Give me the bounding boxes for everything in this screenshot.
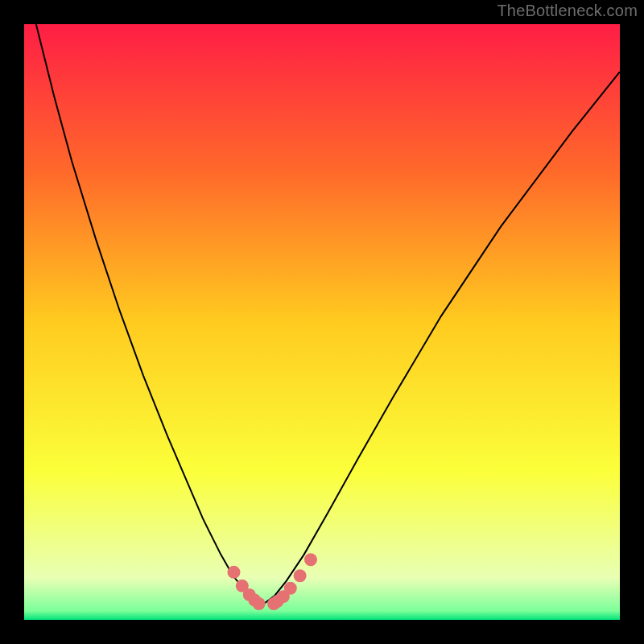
plot-area [24, 24, 620, 620]
chart-svg [24, 24, 620, 620]
heatmap-background [24, 24, 620, 620]
watermark-label: TheBottleneck.com [497, 2, 638, 20]
curve-marker [294, 569, 307, 582]
curve-marker [253, 597, 266, 610]
curve-marker [284, 582, 297, 595]
curve-marker [227, 566, 240, 579]
chart-frame: TheBottleneck.com [0, 0, 644, 644]
curve-marker [304, 553, 317, 566]
